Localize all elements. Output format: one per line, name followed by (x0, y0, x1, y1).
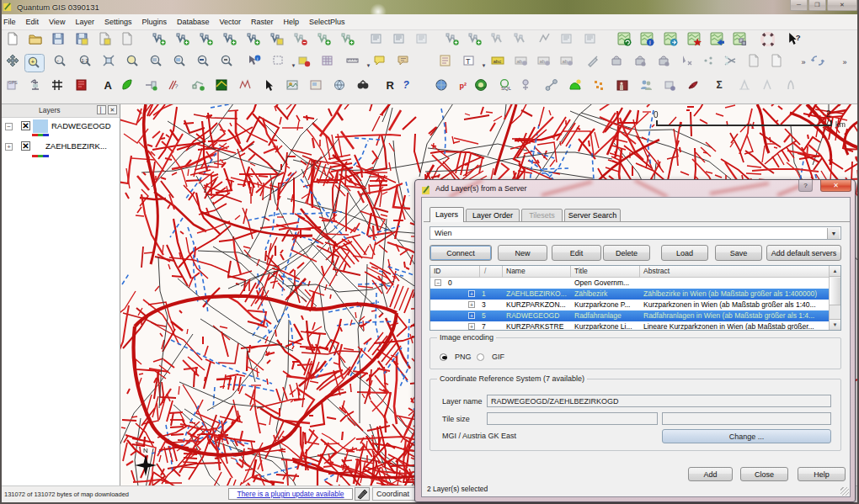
svg-text:SQL: SQL (501, 86, 511, 91)
svg-text:N: N (143, 447, 148, 454)
svg-text:+: + (31, 58, 35, 66)
svg-text:ab: ab (516, 59, 522, 64)
svg-text:GPS: GPS (8, 80, 18, 85)
svg-text:?: ? (174, 82, 179, 90)
svg-text:T: T (466, 57, 471, 66)
svg-text:ab: ab (562, 59, 568, 64)
svg-text:km: km (835, 120, 846, 129)
svg-text:abc: abc (493, 59, 501, 64)
svg-text:i: i (257, 56, 258, 61)
svg-text:2: 2 (826, 109, 831, 119)
svg-text:0: 0 (654, 110, 659, 119)
svg-text:1:1: 1:1 (81, 58, 88, 63)
svg-text:ab: ab (539, 59, 545, 64)
svg-text:?: ? (796, 33, 801, 42)
